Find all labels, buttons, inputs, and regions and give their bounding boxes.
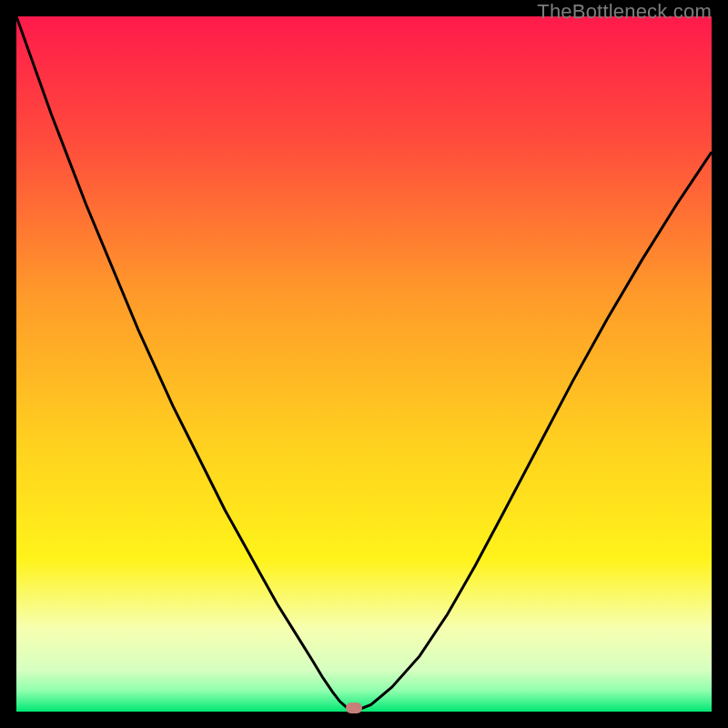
chart-canvas xyxy=(16,16,712,712)
optimal-point-marker xyxy=(346,703,362,713)
chart-frame: TheBottleneck.com xyxy=(0,0,728,728)
chart-background xyxy=(16,16,712,712)
watermark-text: TheBottleneck.com xyxy=(537,0,712,24)
